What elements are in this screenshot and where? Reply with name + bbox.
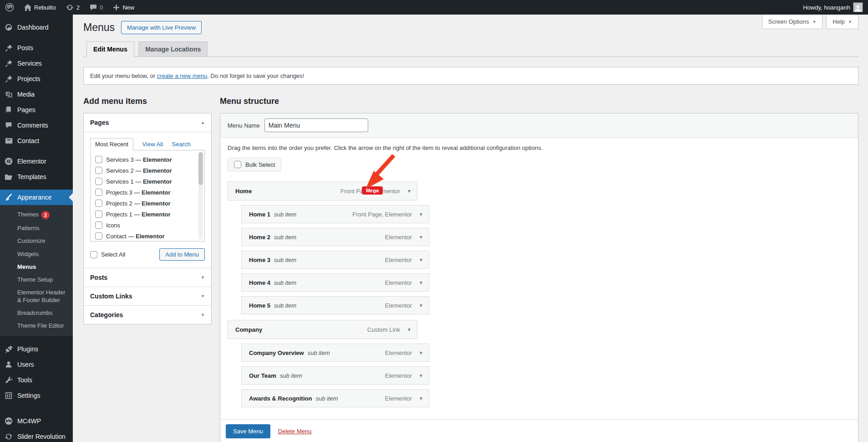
submenu-item-patterns[interactable]: Patterns xyxy=(0,222,73,235)
page-checkbox[interactable] xyxy=(95,189,102,196)
page-checkbox[interactable] xyxy=(95,211,102,218)
create-new-menu-link[interactable]: create a new menu xyxy=(157,72,208,79)
menu-item-meta: Elementor xyxy=(385,372,412,379)
submenu-item-widgets[interactable]: Widgets xyxy=(0,248,73,261)
comments-link[interactable]: 0 xyxy=(85,0,108,15)
tools-wrench-icon xyxy=(4,376,13,384)
menu-item-home-3[interactable]: Home 3 sub item Elementor ▼ xyxy=(241,251,429,269)
tab-edit-menus[interactable]: Edit Menus xyxy=(86,41,134,57)
sub-item-label: sub item xyxy=(308,349,330,356)
sidebar-item-contact[interactable]: Contact xyxy=(0,133,73,149)
updates-count: 2 xyxy=(76,4,80,11)
sidebar-item-comments[interactable]: Comments xyxy=(0,118,73,133)
sidebar-item-dashboard[interactable]: Dashboard xyxy=(0,20,73,35)
scrollbar-track[interactable] xyxy=(198,152,203,240)
accordion-section-custom-links[interactable]: Custom Links ▼ xyxy=(84,287,211,305)
expand-arrow-icon[interactable]: ▼ xyxy=(419,257,423,262)
sidebar-item-pages[interactable]: Pages xyxy=(0,102,73,118)
sidebar-item-mc4wp[interactable]: MC4WP xyxy=(0,413,73,429)
sidebar-item-posts[interactable]: Posts xyxy=(0,40,73,56)
page-checkbox[interactable] xyxy=(95,178,102,185)
expand-arrow-icon[interactable]: ▼ xyxy=(419,396,423,401)
submenu-item-breadcrumbs[interactable]: Breadcrumbs xyxy=(0,307,73,319)
submenu-item-theme-file-editor[interactable]: Theme File Editor xyxy=(0,319,73,332)
expand-arrow-icon[interactable]: ▼ xyxy=(419,350,423,355)
page-checkbox[interactable] xyxy=(95,221,102,229)
expand-arrow-icon[interactable]: ▼ xyxy=(407,189,411,194)
accordion-title: Custom Links xyxy=(90,293,132,300)
page-title-row: Menus Manage with Live Preview xyxy=(83,15,858,34)
sidebar-item-settings[interactable]: Settings xyxy=(0,388,73,403)
sidebar-item-templates[interactable]: Templates xyxy=(0,169,73,185)
help-label: Help xyxy=(832,18,845,25)
menu-item-title: Home 1 xyxy=(249,211,270,218)
submenu-item-menus[interactable]: Menus xyxy=(0,261,73,273)
sidebar-item-slider-revolution[interactable]: Slider Revolution xyxy=(0,429,73,442)
bulk-select-checkbox[interactable] xyxy=(234,161,241,168)
page-checkbox[interactable] xyxy=(95,167,102,174)
menu-item-home[interactable]: Home Front Page, Elementor ▼ Mega xyxy=(228,181,417,200)
menu-item-our-team[interactable]: Our Team sub item Elementor ▼ xyxy=(241,366,429,385)
submenu-item-elementor-header-footer[interactable]: Elementor Header & Footer Builder xyxy=(0,286,73,307)
updates-link[interactable]: 2 xyxy=(61,0,85,15)
help-button[interactable]: Help ▼ xyxy=(826,15,858,29)
menu-item-home-4[interactable]: Home 4 sub item Elementor ▼ xyxy=(241,273,429,292)
sidebar-item-plugins[interactable]: Plugins xyxy=(0,341,73,357)
menu-item-awards-recognition[interactable]: Awards & Recognition sub item Elementor … xyxy=(241,389,429,407)
expand-arrow-icon[interactable]: ▼ xyxy=(419,303,423,308)
accordion-section-posts[interactable]: Posts ▼ xyxy=(84,268,211,287)
expand-arrow-icon[interactable]: ▼ xyxy=(419,373,423,378)
submenu-item-customize[interactable]: Customize xyxy=(0,235,73,247)
expand-arrow-icon[interactable]: ▼ xyxy=(419,280,423,285)
tab-search[interactable]: Search xyxy=(172,141,191,148)
page-checkbox[interactable] xyxy=(95,156,102,163)
my-account-menu[interactable]: Howdy, hoanganh xyxy=(798,0,868,15)
sidebar-item-media[interactable]: Media xyxy=(0,87,73,102)
add-to-menu-button[interactable]: Add to Menu xyxy=(159,248,205,261)
menu-item-company[interactable]: Company Custom Link ▼ xyxy=(228,320,417,339)
sidebar-item-users[interactable]: Users xyxy=(0,357,73,372)
menu-structure-heading: Menu structure xyxy=(220,97,858,106)
expand-arrow-icon[interactable]: ▼ xyxy=(419,235,423,240)
sub-item-label: sub item xyxy=(274,234,296,241)
sidebar-item-appearance[interactable]: Appearance xyxy=(0,190,73,205)
screen-options-button[interactable]: Screen Options ▼ xyxy=(762,15,823,29)
tab-manage-locations[interactable]: Manage Locations xyxy=(138,41,208,57)
tab-view-all[interactable]: View All xyxy=(142,141,163,148)
page-checkbox[interactable] xyxy=(95,232,102,240)
menu-item-company-overview[interactable]: Company Overview sub item Elementor ▼ xyxy=(241,344,429,362)
page-checkbox[interactable] xyxy=(95,200,102,207)
bulk-select-control: Bulk Select xyxy=(228,158,281,171)
sidebar-item-tools[interactable]: Tools xyxy=(0,372,73,388)
scrollbar-thumb[interactable] xyxy=(198,152,203,185)
save-menu-button[interactable]: Save Menu xyxy=(226,424,270,438)
menu-item-home-1[interactable]: Home 1 sub item Front Page, Elementor ▼ xyxy=(241,205,429,223)
sidebar-item-services[interactable]: Services xyxy=(0,56,73,71)
menu-name-input[interactable] xyxy=(264,118,368,132)
accordion-section-pages[interactable]: Pages ▲ xyxy=(84,113,211,132)
sidebar-separator xyxy=(0,403,73,408)
comments-count: 0 xyxy=(100,4,103,11)
accordion-section-categories[interactable]: Categories ▼ xyxy=(84,305,211,324)
manage-live-preview-button[interactable]: Manage with Live Preview xyxy=(121,21,202,34)
menu-save-footer: Save Menu Delete Menu xyxy=(220,419,858,442)
sub-item-label: sub item xyxy=(274,211,296,218)
expand-arrow-icon[interactable]: ▼ xyxy=(419,212,423,217)
menu-item-meta: Elementor xyxy=(385,234,412,241)
select-all-checkbox[interactable] xyxy=(90,251,97,258)
site-name-link[interactable]: Rebuilto xyxy=(19,0,61,15)
wordpress-logo-menu[interactable] xyxy=(0,0,19,15)
menu-item-home-2[interactable]: Home 2 sub item Elementor ▼ xyxy=(241,228,429,246)
main-content: Screen Options ▼ Help ▼ Menus Manage wit… xyxy=(73,15,868,442)
sub-item-label: sub item xyxy=(274,279,296,286)
submenu-item-theme-setup[interactable]: Theme Setup xyxy=(0,273,73,286)
themes-update-badge: 2 xyxy=(41,211,50,219)
menu-item-home-5[interactable]: Home 5 sub item Elementor ▼ xyxy=(241,296,429,314)
sidebar-item-elementor[interactable]: Elementor xyxy=(0,154,73,169)
expand-arrow-icon[interactable]: ▼ xyxy=(407,327,411,332)
delete-menu-link[interactable]: Delete Menu xyxy=(278,428,312,435)
submenu-item-themes[interactable]: Themes2 xyxy=(0,208,73,222)
new-content-menu[interactable]: New xyxy=(108,0,139,15)
sidebar-item-projects[interactable]: Projects xyxy=(0,71,73,87)
tab-most-recent[interactable]: Most Recent xyxy=(90,138,133,150)
